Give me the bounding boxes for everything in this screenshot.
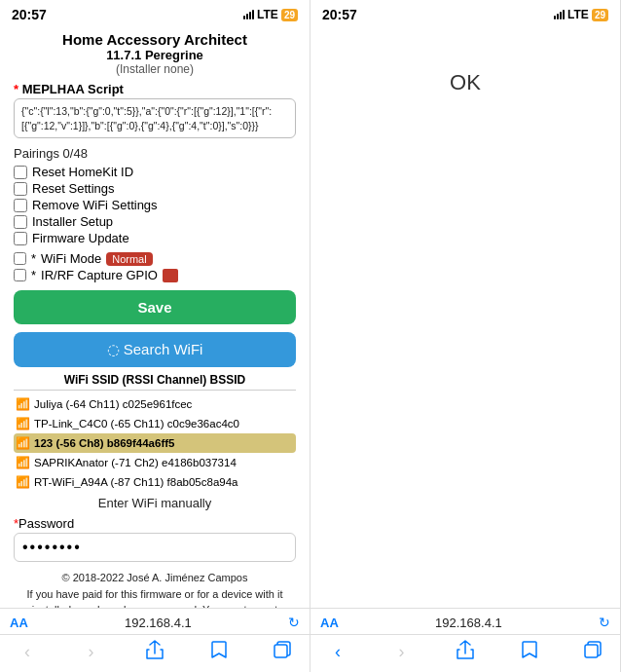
- wifi-mode-checkbox[interactable]: [14, 252, 26, 265]
- browser-aa-left[interactable]: AA: [10, 616, 28, 630]
- reload-icon-left[interactable]: ↻: [288, 615, 300, 630]
- wifi-entry-2[interactable]: 📶 TP-Link_C4C0 (-65 Ch11) c0c9e36ac4c0: [14, 414, 296, 433]
- browser-bar-right: AA 192.168.4.1 ↻: [310, 608, 620, 634]
- wifi-mode-label: WiFi Mode: [41, 251, 101, 266]
- wifi-icon-2: 📶: [16, 417, 30, 430]
- wifi-icon-5: 📶: [16, 475, 30, 489]
- battery-badge-right: 29: [592, 9, 608, 21]
- tabs-icon-left[interactable]: [265, 641, 300, 663]
- status-icons-right: LTE 29: [554, 8, 608, 21]
- checkbox-firmware-update-input[interactable]: [14, 232, 27, 245]
- signal-bars-left: [243, 10, 254, 19]
- footer: © 2018-2022 José A. Jiménez Campos If yo…: [14, 570, 296, 608]
- browser-bar-left: AA 192.168.4.1 ↻: [0, 608, 310, 634]
- checkbox-reset-homekit-input[interactable]: [14, 166, 27, 179]
- wifi-entry-5[interactable]: 📶 RT-WiFi_A94A (-87 Ch11) f8ab05c8a94a: [14, 472, 296, 492]
- search-wifi-button[interactable]: ◌ Search WiFi: [14, 332, 296, 367]
- bottom-nav-right: ‹ ›: [310, 634, 620, 672]
- reload-icon-right[interactable]: ↻: [599, 615, 610, 630]
- wifi-icon-4: 📶: [16, 456, 30, 469]
- wifi-mode-row: * WiFi Mode Normal: [14, 251, 296, 266]
- signal-bars-right: [554, 10, 565, 19]
- share-icon-right[interactable]: [448, 640, 483, 664]
- pairings-label: Pairings 0/48: [14, 146, 296, 161]
- bottom-nav-left: ‹ ›: [0, 634, 310, 672]
- time-left: 20:57: [12, 7, 47, 22]
- battery-badge-left: 29: [281, 9, 298, 21]
- right-panel-content: OK: [310, 27, 620, 608]
- time-right: 20:57: [322, 7, 357, 22]
- forward-icon-right[interactable]: ›: [384, 642, 420, 662]
- meplhaa-label: * MEPLHAA Script: [14, 82, 296, 96]
- checkbox-remove-wifi-input[interactable]: [14, 199, 27, 212]
- app-title: Home Accessory Architect 11.7.1 Peregrin…: [14, 31, 296, 76]
- save-button[interactable]: Save: [14, 290, 296, 324]
- right-panel: 20:57 LTE 29 OK AA 192.168.4.1 ↻ ‹ ›: [310, 0, 621, 672]
- meplhaa-script[interactable]: {"c":{"l":13,"b":{"g":0,"t":5}},"a":{"0"…: [14, 98, 296, 138]
- password-label: *Password: [14, 516, 296, 531]
- svg-rect-0: [274, 645, 287, 657]
- wifi-icon-3: 📶: [16, 436, 30, 450]
- tabs-icon-right[interactable]: [575, 641, 610, 663]
- checkbox-reset-settings-input[interactable]: [14, 182, 27, 196]
- status-icons-left: LTE 29: [243, 8, 298, 21]
- checkbox-installer-setup-input[interactable]: [14, 215, 27, 229]
- lte-label-right: LTE: [567, 8, 589, 21]
- browser-url-right[interactable]: 192.168.4.1: [435, 616, 502, 630]
- share-icon-left[interactable]: [137, 640, 172, 664]
- enter-wifi-manual[interactable]: Enter WiFi manually: [14, 496, 296, 510]
- irrf-badge: [163, 269, 178, 282]
- checkbox-reset-homekit[interactable]: Reset HomeKit ID: [14, 165, 296, 179]
- browser-aa-right[interactable]: AA: [320, 616, 339, 630]
- bookmarks-icon-left[interactable]: [201, 640, 237, 664]
- ok-text: OK: [324, 31, 606, 95]
- left-panel: 20:57 LTE 29 Home Accessory Architect 11…: [0, 0, 310, 672]
- app-name: Home Accessory Architect: [14, 31, 296, 48]
- checkbox-list: Reset HomeKit ID Reset Settings Remove W…: [14, 165, 296, 245]
- irrf-checkbox[interactable]: [14, 269, 26, 281]
- wifi-entry-1[interactable]: 📶 Juliya (-64 Ch11) c025e961fcec: [14, 394, 296, 414]
- checkbox-firmware-update[interactable]: Firmware Update: [14, 231, 296, 245]
- checkbox-installer-setup[interactable]: Installer Setup: [14, 214, 296, 229]
- wifi-mode-badge: Normal: [106, 252, 152, 266]
- back-icon-left[interactable]: ‹: [10, 642, 45, 662]
- checkbox-reset-settings[interactable]: Reset Settings: [14, 181, 296, 196]
- browser-url-left[interactable]: 192.168.4.1: [125, 616, 192, 630]
- left-panel-content: Home Accessory Architect 11.7.1 Peregrin…: [0, 27, 310, 608]
- status-bar-right: 20:57 LTE 29: [310, 0, 620, 27]
- bookmarks-icon-right[interactable]: [512, 640, 547, 664]
- forward-icon-left[interactable]: ›: [74, 642, 109, 662]
- irrf-row: * IR/RF Capture GPIO: [14, 268, 296, 282]
- app-installer: (Installer none): [14, 62, 296, 76]
- wifi-icon-1: 📶: [16, 397, 30, 411]
- checkbox-remove-wifi[interactable]: Remove WiFi Settings: [14, 198, 296, 212]
- irrf-label: IR/RF Capture GPIO: [41, 268, 158, 282]
- lte-label-left: LTE: [257, 8, 278, 21]
- app-version: 11.7.1 Peregrine: [14, 48, 296, 62]
- wifi-table-header: WiFi SSID (RSSI Channel) BSSID: [14, 373, 296, 391]
- password-input[interactable]: [14, 533, 296, 562]
- status-bar-left: 20:57 LTE 29: [0, 0, 310, 27]
- back-icon-right[interactable]: ‹: [320, 642, 355, 662]
- wifi-entry-3[interactable]: 📶 123 (-56 Ch8) b869f44a6ff5: [14, 433, 296, 453]
- svg-rect-1: [585, 645, 598, 657]
- wifi-entry-4[interactable]: 📶 SAPRIKAnator (-71 Ch2) e4186b037314: [14, 453, 296, 472]
